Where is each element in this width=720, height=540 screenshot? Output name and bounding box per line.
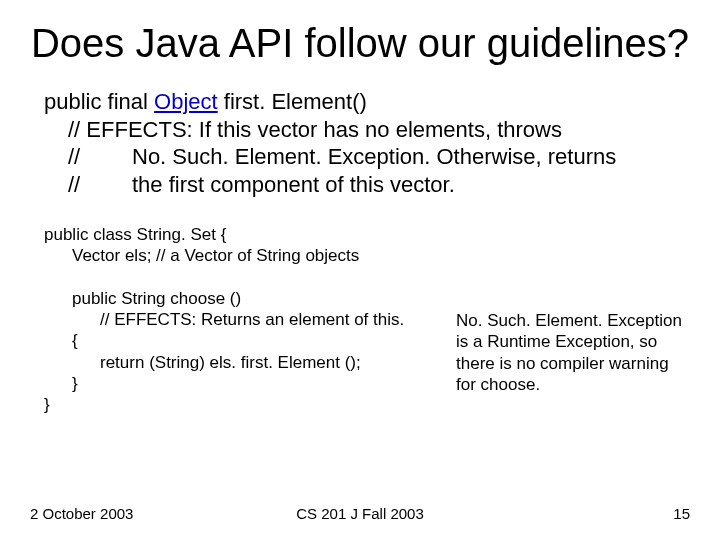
- code-line: {: [44, 330, 454, 351]
- side-note: No. Such. Element. Exception is a Runtim…: [456, 310, 686, 395]
- code-line-blank: [44, 267, 454, 288]
- spec-effects-3: // the first component of this vector.: [44, 171, 690, 199]
- comment-slashes: //: [68, 171, 132, 199]
- sig-post: first. Element(): [218, 89, 367, 114]
- code-line: }: [44, 373, 454, 394]
- object-link[interactable]: Object: [154, 89, 218, 114]
- code-line: // EFFECTS: Returns an element of this.: [44, 309, 454, 330]
- spec-signature: public final Object first. Element(): [44, 88, 690, 116]
- footer-course: CS 201 J Fall 2003: [0, 505, 720, 522]
- code-line: public String choose (): [44, 288, 454, 309]
- code-line: public class String. Set {: [44, 224, 454, 245]
- code-line: return (String) els. first. Element ();: [44, 352, 454, 373]
- method-spec: public final Object first. Element() // …: [44, 88, 690, 198]
- spec-effects-1: // EFFECTS: If this vector has no elemen…: [44, 116, 690, 144]
- spec-effects-2-text: No. Such. Element. Exception. Otherwise,…: [132, 143, 616, 171]
- code-line: Vector els; // a Vector of String object…: [44, 245, 454, 266]
- spec-effects-2: // No. Such. Element. Exception. Otherwi…: [44, 143, 690, 171]
- code-line: }: [44, 394, 454, 415]
- code-example: public class String. Set { Vector els; /…: [44, 224, 454, 415]
- comment-slashes: //: [68, 143, 132, 171]
- sig-pre: public final: [44, 89, 154, 114]
- spec-effects-3-text: the first component of this vector.: [132, 171, 455, 199]
- slide-title: Does Java API follow our guidelines?: [30, 20, 690, 66]
- slide-footer: 2 October 2003 CS 201 J Fall 2003 15: [0, 505, 720, 522]
